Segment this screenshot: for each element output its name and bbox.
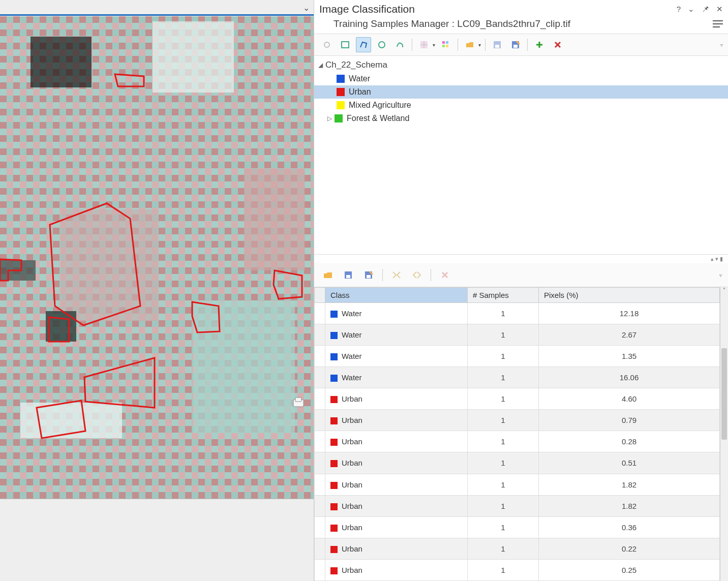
schema-class-row[interactable]: Mixed Agriculture bbox=[314, 99, 728, 112]
row-handle[interactable] bbox=[315, 410, 325, 431]
row-handle[interactable] bbox=[315, 559, 325, 580]
help-icon[interactable]: ? bbox=[677, 5, 681, 14]
table-row[interactable]: Urban14.60 bbox=[315, 388, 720, 410]
cell-samples: 1 bbox=[468, 474, 539, 495]
cell-class: Water bbox=[325, 324, 468, 346]
cell-class: Water bbox=[325, 346, 468, 367]
cell-samples: 1 bbox=[468, 410, 539, 431]
samples-table[interactable]: Class # Samples Pixels (%) Water112.18Wa… bbox=[314, 287, 720, 581]
schema-toolbar: ▾ ▾ ▿ bbox=[314, 34, 728, 56]
collapse-arrow-icon[interactable]: ◢ bbox=[318, 62, 325, 69]
row-handle[interactable] bbox=[315, 346, 325, 367]
svg-rect-42 bbox=[367, 275, 371, 278]
toolbar-overflow-icon[interactable]: ▿ bbox=[720, 42, 723, 48]
schema-class-row[interactable]: Urban bbox=[314, 85, 728, 99]
cell-pixels: 1.82 bbox=[539, 474, 720, 495]
table-row[interactable]: Urban10.28 bbox=[315, 431, 720, 452]
table-row[interactable]: Urban10.51 bbox=[315, 452, 720, 474]
class-color-swatch bbox=[330, 503, 338, 510]
schema-class-row[interactable]: ▷Forest & Wetland bbox=[314, 112, 728, 125]
save-samples-edits-button[interactable] bbox=[361, 267, 376, 283]
class-color-swatch bbox=[330, 546, 338, 553]
map-collapse-chevron-icon[interactable]: ⌄ bbox=[303, 3, 310, 13]
scroll-up-icon[interactable]: ˄ bbox=[720, 287, 728, 295]
snapping-icon[interactable] bbox=[292, 396, 305, 408]
scroll-thumb[interactable] bbox=[721, 348, 727, 440]
rectangle-tool-button[interactable] bbox=[338, 37, 353, 52]
remove-class-button[interactable] bbox=[550, 37, 565, 52]
table-row[interactable]: Urban11.82 bbox=[315, 474, 720, 495]
polygon-tool-button[interactable] bbox=[356, 37, 371, 52]
merge-samples-button bbox=[389, 267, 404, 283]
table-row[interactable]: Water112.18 bbox=[315, 303, 720, 324]
open-schema-dropdown-icon[interactable]: ▾ bbox=[478, 42, 481, 48]
cell-class: Urban bbox=[325, 410, 468, 431]
class-color-swatch bbox=[330, 332, 338, 339]
svg-rect-9 bbox=[193, 301, 295, 433]
column-header-samples[interactable]: # Samples bbox=[468, 288, 539, 303]
class-label: Water bbox=[349, 74, 370, 83]
row-handle-header[interactable] bbox=[315, 288, 325, 303]
row-handle[interactable] bbox=[315, 388, 325, 410]
schema-options-button[interactable] bbox=[438, 37, 453, 52]
row-handle[interactable] bbox=[315, 474, 325, 495]
table-row[interactable]: Water11.35 bbox=[315, 346, 720, 367]
samples-toolbar: ▿ bbox=[314, 263, 728, 287]
table-row[interactable]: Urban10.36 bbox=[315, 516, 720, 538]
delete-sample-button bbox=[437, 267, 452, 283]
freehand-tool-button[interactable] bbox=[392, 37, 408, 52]
cell-class: Urban bbox=[325, 559, 468, 580]
circle-tool-button[interactable] bbox=[374, 37, 389, 52]
svg-rect-38 bbox=[513, 45, 518, 48]
schema-root-row[interactable]: ◢ Ch_22_Schema bbox=[314, 58, 728, 72]
table-row[interactable]: Water116.06 bbox=[315, 367, 720, 388]
svg-point-29 bbox=[379, 42, 385, 48]
load-samples-button[interactable] bbox=[320, 267, 336, 283]
map-canvas[interactable] bbox=[0, 16, 314, 499]
panel-subtitle: Training Samples Manager : LC09_Bands2th… bbox=[333, 18, 713, 29]
table-scrollbar[interactable]: ˄ bbox=[720, 287, 728, 581]
table-row[interactable]: Water12.67 bbox=[315, 324, 720, 346]
row-handle[interactable] bbox=[315, 495, 325, 516]
cell-pixels: 0.51 bbox=[539, 452, 720, 474]
svg-rect-8 bbox=[244, 169, 305, 270]
close-icon[interactable]: ✕ bbox=[716, 5, 723, 14]
row-handle[interactable] bbox=[315, 324, 325, 346]
column-header-class[interactable]: Class bbox=[325, 288, 468, 303]
pin-icon[interactable]: 📌︎ bbox=[702, 5, 709, 14]
column-header-pixels[interactable]: Pixels (%) bbox=[539, 288, 720, 303]
svg-rect-13 bbox=[0, 260, 36, 281]
class-color-swatch bbox=[330, 311, 338, 318]
row-handle[interactable] bbox=[315, 516, 325, 538]
table-row[interactable]: Urban10.79 bbox=[315, 410, 720, 431]
row-handle[interactable] bbox=[315, 431, 325, 452]
table-row[interactable]: Urban10.22 bbox=[315, 538, 720, 559]
row-handle[interactable] bbox=[315, 367, 325, 388]
map-active-indicator bbox=[0, 14, 314, 16]
image-classification-panel: Image Classification ? ⌄ 📌︎ ✕ Training S… bbox=[314, 0, 728, 581]
panel-menu-icon[interactable] bbox=[713, 20, 723, 28]
schema-tree[interactable]: ◢ Ch_22_Schema WaterUrbanMixed Agricultu… bbox=[314, 56, 728, 254]
cell-pixels: 12.18 bbox=[539, 303, 720, 324]
splitter-handle-icon[interactable]: ▴ ▾ ▮ bbox=[711, 256, 723, 262]
map-viewport[interactable]: ⌄ bbox=[0, 0, 314, 581]
table-row[interactable]: Urban11.82 bbox=[315, 495, 720, 516]
save-samples-button[interactable] bbox=[341, 267, 356, 283]
open-schema-button[interactable] bbox=[462, 37, 477, 52]
table-row[interactable]: Urban10.25 bbox=[315, 559, 720, 580]
add-class-button[interactable] bbox=[532, 37, 547, 52]
schema-class-row[interactable]: Water bbox=[314, 72, 728, 85]
cell-pixels: 0.22 bbox=[539, 538, 720, 559]
save-edits-button[interactable] bbox=[508, 37, 523, 52]
cell-class: Urban bbox=[325, 431, 468, 452]
cell-class: Urban bbox=[325, 474, 468, 495]
row-handle[interactable] bbox=[315, 452, 325, 474]
row-handle[interactable] bbox=[315, 303, 325, 324]
expand-arrow-icon[interactable]: ▷ bbox=[327, 115, 335, 122]
samples-toolbar-overflow-icon[interactable]: ▿ bbox=[719, 272, 722, 278]
class-color-swatch bbox=[330, 417, 338, 424]
segment-picker-dropdown-icon[interactable]: ▾ bbox=[433, 42, 435, 48]
svg-rect-28 bbox=[342, 42, 349, 48]
collapse-chevron-icon[interactable]: ⌄ bbox=[688, 5, 694, 14]
row-handle[interactable] bbox=[315, 538, 325, 559]
